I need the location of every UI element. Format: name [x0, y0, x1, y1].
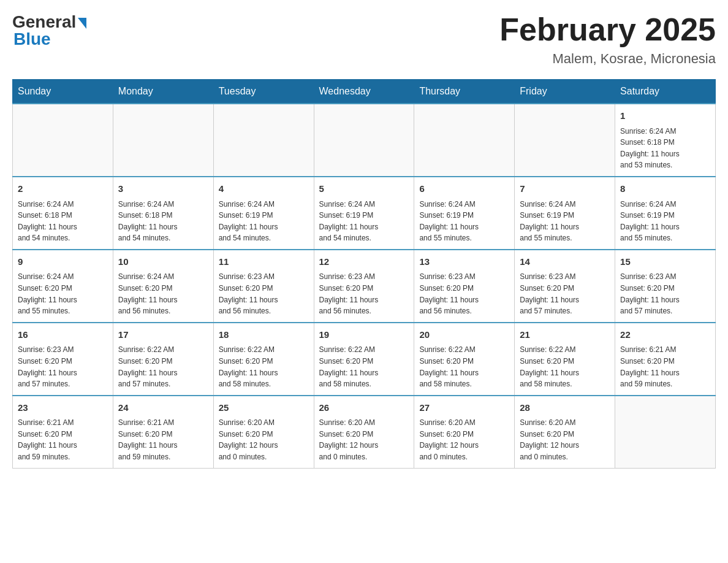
- day-info: Sunrise: 6:24 AM Sunset: 6:20 PM Dayligh…: [18, 271, 108, 316]
- day-info: Sunrise: 6:24 AM Sunset: 6:19 PM Dayligh…: [219, 199, 309, 244]
- calendar-cell: 14Sunrise: 6:23 AM Sunset: 6:20 PM Dayli…: [515, 250, 615, 323]
- logo: General Blue: [12, 12, 86, 49]
- day-number: 10: [118, 255, 208, 269]
- day-number: 17: [118, 328, 208, 342]
- calendar-cell: 23Sunrise: 6:21 AM Sunset: 6:20 PM Dayli…: [13, 396, 113, 468]
- day-info: Sunrise: 6:21 AM Sunset: 6:20 PM Dayligh…: [118, 417, 208, 462]
- calendar-title: February 2025: [499, 12, 716, 47]
- calendar-cell: 7Sunrise: 6:24 AM Sunset: 6:19 PM Daylig…: [515, 177, 615, 250]
- day-info: Sunrise: 6:23 AM Sunset: 6:20 PM Dayligh…: [520, 271, 610, 316]
- day-number: 8: [620, 182, 710, 196]
- day-info: Sunrise: 6:24 AM Sunset: 6:19 PM Dayligh…: [319, 199, 409, 244]
- day-info: Sunrise: 6:24 AM Sunset: 6:18 PM Dayligh…: [620, 126, 710, 171]
- calendar-cell: 17Sunrise: 6:22 AM Sunset: 6:20 PM Dayli…: [113, 323, 213, 396]
- day-number: 26: [319, 401, 409, 415]
- day-info: Sunrise: 6:23 AM Sunset: 6:20 PM Dayligh…: [620, 271, 710, 316]
- day-number: 27: [419, 401, 509, 415]
- day-info: Sunrise: 6:22 AM Sunset: 6:20 PM Dayligh…: [319, 344, 409, 389]
- day-number: 13: [419, 255, 509, 269]
- day-number: 28: [520, 401, 610, 415]
- day-number: 7: [520, 182, 610, 196]
- calendar-cell: 11Sunrise: 6:23 AM Sunset: 6:20 PM Dayli…: [213, 250, 314, 323]
- day-number: 24: [118, 401, 208, 415]
- weekday-header-thursday: Thursday: [414, 80, 515, 104]
- calendar-cell: [515, 104, 615, 177]
- weekday-header-monday: Monday: [113, 80, 213, 104]
- calendar-cell: 22Sunrise: 6:21 AM Sunset: 6:20 PM Dayli…: [615, 323, 716, 396]
- day-number: 25: [219, 401, 309, 415]
- week-row-2: 2Sunrise: 6:24 AM Sunset: 6:18 PM Daylig…: [13, 177, 716, 250]
- weekday-header-tuesday: Tuesday: [213, 80, 314, 104]
- day-info: Sunrise: 6:24 AM Sunset: 6:19 PM Dayligh…: [620, 199, 710, 244]
- day-number: 20: [419, 328, 509, 342]
- day-info: Sunrise: 6:23 AM Sunset: 6:20 PM Dayligh…: [419, 271, 509, 316]
- calendar-cell: 15Sunrise: 6:23 AM Sunset: 6:20 PM Dayli…: [615, 250, 716, 323]
- day-number: 5: [319, 182, 409, 196]
- week-row-1: 1Sunrise: 6:24 AM Sunset: 6:18 PM Daylig…: [13, 104, 716, 177]
- day-info: Sunrise: 6:24 AM Sunset: 6:18 PM Dayligh…: [118, 199, 208, 244]
- calendar-subtitle: Malem, Kosrae, Micronesia: [499, 51, 716, 67]
- calendar-cell: 4Sunrise: 6:24 AM Sunset: 6:19 PM Daylig…: [213, 177, 314, 250]
- day-number: 6: [419, 182, 509, 196]
- calendar-table: SundayMondayTuesdayWednesdayThursdayFrid…: [12, 79, 716, 468]
- calendar-cell: [113, 104, 213, 177]
- weekday-header-row: SundayMondayTuesdayWednesdayThursdayFrid…: [13, 80, 716, 104]
- calendar-cell: 25Sunrise: 6:20 AM Sunset: 6:20 PM Dayli…: [213, 396, 314, 468]
- day-number: 9: [18, 255, 108, 269]
- calendar-cell: 3Sunrise: 6:24 AM Sunset: 6:18 PM Daylig…: [113, 177, 213, 250]
- day-number: 1: [620, 109, 710, 123]
- day-info: Sunrise: 6:23 AM Sunset: 6:20 PM Dayligh…: [319, 271, 409, 316]
- weekday-header-sunday: Sunday: [13, 80, 113, 104]
- day-number: 23: [18, 401, 108, 415]
- day-info: Sunrise: 6:20 AM Sunset: 6:20 PM Dayligh…: [419, 417, 509, 462]
- calendar-cell: 28Sunrise: 6:20 AM Sunset: 6:20 PM Dayli…: [515, 396, 615, 468]
- calendar-cell: 6Sunrise: 6:24 AM Sunset: 6:19 PM Daylig…: [414, 177, 515, 250]
- calendar-cell: 26Sunrise: 6:20 AM Sunset: 6:20 PM Dayli…: [314, 396, 414, 468]
- calendar-cell: 13Sunrise: 6:23 AM Sunset: 6:20 PM Dayli…: [414, 250, 515, 323]
- day-info: Sunrise: 6:20 AM Sunset: 6:20 PM Dayligh…: [319, 417, 409, 462]
- day-info: Sunrise: 6:22 AM Sunset: 6:20 PM Dayligh…: [419, 344, 509, 389]
- weekday-header-friday: Friday: [515, 80, 615, 104]
- day-info: Sunrise: 6:20 AM Sunset: 6:20 PM Dayligh…: [219, 417, 309, 462]
- week-row-5: 23Sunrise: 6:21 AM Sunset: 6:20 PM Dayli…: [13, 396, 716, 468]
- day-info: Sunrise: 6:22 AM Sunset: 6:20 PM Dayligh…: [118, 344, 208, 389]
- calendar-cell: 9Sunrise: 6:24 AM Sunset: 6:20 PM Daylig…: [13, 250, 113, 323]
- day-number: 11: [219, 255, 309, 269]
- day-info: Sunrise: 6:22 AM Sunset: 6:20 PM Dayligh…: [219, 344, 309, 389]
- calendar-cell: [615, 396, 716, 468]
- day-info: Sunrise: 6:21 AM Sunset: 6:20 PM Dayligh…: [18, 417, 108, 462]
- day-info: Sunrise: 6:22 AM Sunset: 6:20 PM Dayligh…: [520, 344, 610, 389]
- calendar-cell: 12Sunrise: 6:23 AM Sunset: 6:20 PM Dayli…: [314, 250, 414, 323]
- calendar-cell: 18Sunrise: 6:22 AM Sunset: 6:20 PM Dayli…: [213, 323, 314, 396]
- day-info: Sunrise: 6:21 AM Sunset: 6:20 PM Dayligh…: [620, 344, 710, 389]
- day-number: 12: [319, 255, 409, 269]
- day-number: 3: [118, 182, 208, 196]
- calendar-cell: 27Sunrise: 6:20 AM Sunset: 6:20 PM Dayli…: [414, 396, 515, 468]
- day-number: 4: [219, 182, 309, 196]
- day-number: 22: [620, 328, 710, 342]
- calendar-cell: 10Sunrise: 6:24 AM Sunset: 6:20 PM Dayli…: [113, 250, 213, 323]
- weekday-header-wednesday: Wednesday: [314, 80, 414, 104]
- logo-triangle-icon: [78, 18, 86, 29]
- calendar-cell: [314, 104, 414, 177]
- calendar-cell: 8Sunrise: 6:24 AM Sunset: 6:19 PM Daylig…: [615, 177, 716, 250]
- day-number: 19: [319, 328, 409, 342]
- calendar-cell: 19Sunrise: 6:22 AM Sunset: 6:20 PM Dayli…: [314, 323, 414, 396]
- week-row-3: 9Sunrise: 6:24 AM Sunset: 6:20 PM Daylig…: [13, 250, 716, 323]
- calendar-cell: 5Sunrise: 6:24 AM Sunset: 6:19 PM Daylig…: [314, 177, 414, 250]
- weekday-header-saturday: Saturday: [615, 80, 716, 104]
- calendar-cell: 2Sunrise: 6:24 AM Sunset: 6:18 PM Daylig…: [13, 177, 113, 250]
- calendar-cell: 24Sunrise: 6:21 AM Sunset: 6:20 PM Dayli…: [113, 396, 213, 468]
- page-header: General Blue February 2025 Malem, Kosrae…: [12, 12, 716, 67]
- day-info: Sunrise: 6:23 AM Sunset: 6:20 PM Dayligh…: [18, 344, 108, 389]
- calendar-cell: [13, 104, 113, 177]
- week-row-4: 16Sunrise: 6:23 AM Sunset: 6:20 PM Dayli…: [13, 323, 716, 396]
- calendar-cell: 1Sunrise: 6:24 AM Sunset: 6:18 PM Daylig…: [615, 104, 716, 177]
- day-info: Sunrise: 6:24 AM Sunset: 6:19 PM Dayligh…: [419, 199, 509, 244]
- calendar-cell: 20Sunrise: 6:22 AM Sunset: 6:20 PM Dayli…: [414, 323, 515, 396]
- calendar-cell: [213, 104, 314, 177]
- day-number: 16: [18, 328, 108, 342]
- day-number: 2: [18, 182, 108, 196]
- calendar-cell: [414, 104, 515, 177]
- day-info: Sunrise: 6:24 AM Sunset: 6:19 PM Dayligh…: [520, 199, 610, 244]
